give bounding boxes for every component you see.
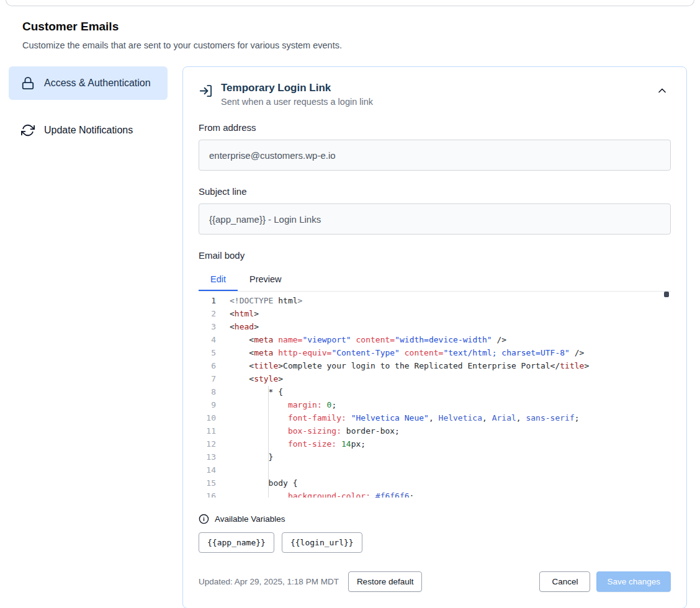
code-text: <html> [216,307,259,320]
editor-scrollbar-thumb[interactable] [664,292,669,297]
code-line: 5 <meta http-equiv="Content-Type" conten… [199,346,671,359]
line-number: 7 [199,372,216,385]
line-number: 13 [199,450,216,463]
tab-edit[interactable]: Edit [199,267,238,291]
email-settings-card: Temporary Login Link Sent when a user re… [182,66,687,608]
sidebar-item-update-notifications[interactable]: Update Notifications [9,114,168,147]
login-icon [199,84,213,98]
variable-chip-login-url[interactable]: {{login_url}} [282,532,362,553]
code-text [216,463,230,476]
variable-chip-app-name[interactable]: {{app_name}} [199,532,274,553]
page-subtitle: Customize the emails that are sent to yo… [22,40,700,50]
code-editor[interactable]: 1<!DOCTYPE html>2<html>3<head>4 <meta na… [199,292,671,498]
from-address-input[interactable] [199,140,671,171]
code-line: 11 box-sizing: border-box; [199,424,671,437]
sidebar-item-label: Access & Authentication [44,76,151,91]
code-text: font-family: "Helvetica Neue", Helvetica… [216,411,580,424]
line-number: 5 [199,346,216,359]
line-number: 8 [199,385,216,398]
card-title: Temporary Login Link [221,82,373,94]
line-number: 10 [199,411,216,424]
line-number: 16 [199,490,216,498]
line-number: 4 [199,333,216,346]
previous-card-bottom-edge [6,0,694,6]
line-number: 1 [199,294,216,307]
editor-tabs: Edit Preview [199,267,671,292]
line-number: 9 [199,398,216,411]
available-variables-row: Available Variables [199,514,671,524]
lock-icon [21,76,35,90]
line-number: 14 [199,463,216,476]
code-line: 3<head> [199,320,671,333]
line-number: 2 [199,307,216,320]
line-number: 6 [199,359,216,372]
line-number: 12 [199,437,216,450]
available-variables-label: Available Variables [215,514,285,524]
code-text: <meta name="viewport" content="width=dev… [216,333,506,346]
code-text: <!DOCTYPE html> [216,294,302,307]
code-line: 16 background-color: #f6f6f6; [199,490,671,498]
line-number: 11 [199,424,216,437]
card-subtitle: Sent when a user requests a login link [221,97,373,107]
code-line: 9 margin: 0; [199,398,671,411]
code-text: <meta http-equiv="Content-Type" content=… [216,346,584,359]
code-line: 8 * { [199,385,671,398]
collapse-section-button[interactable] [653,82,671,101]
save-changes-button[interactable]: Save changes [596,571,671,592]
cancel-button[interactable]: Cancel [539,571,590,592]
code-line: 15 body { [199,476,671,490]
refresh-icon [21,123,35,137]
tab-preview[interactable]: Preview [238,267,294,291]
subject-line-input[interactable] [199,203,671,235]
subject-line-label: Subject line [199,186,671,197]
code-line: 2<html> [199,307,671,320]
code-text: <style> [216,372,283,385]
code-text: } [216,450,273,463]
code-line: 1<!DOCTYPE html> [199,294,671,307]
line-number: 3 [199,320,216,333]
code-editor-lines: 1<!DOCTYPE html>2<html>3<head>4 <meta na… [199,294,671,498]
code-line: 12 font-size: 14px; [199,437,671,450]
restore-default-button[interactable]: Restore default [348,571,423,592]
code-text: box-sizing: border-box; [216,424,400,437]
info-icon [199,514,209,524]
chevron-up-icon [656,84,668,99]
from-address-label: From address [199,122,671,133]
code-line: 4 <meta name="viewport" content="width=d… [199,333,671,346]
code-text: body { [216,476,298,490]
code-text: <head> [216,320,259,333]
code-line: 13 } [199,450,671,463]
code-text: margin: 0; [216,398,336,411]
code-text: font-size: 14px; [216,437,366,450]
card-header: Temporary Login Link Sent when a user re… [199,82,671,107]
code-line: 14 [199,463,671,476]
line-number: 15 [199,476,216,490]
email-body-label: Email body [199,250,671,261]
card-header-text: Temporary Login Link Sent when a user re… [221,82,373,107]
sidebar-item-label: Update Notifications [44,123,133,138]
sidebar-item-access-authentication[interactable]: Access & Authentication [9,66,168,100]
content-layout: Access & Authentication Update Notificat… [0,66,700,608]
indent-guide [268,386,269,498]
code-text: background-color: #f6f6f6; [216,490,414,498]
page-title: Customer Emails [22,20,700,34]
updated-timestamp: Updated: Apr 29, 2025, 1:18 PM MDT [199,577,339,586]
sidebar: Access & Authentication Update Notificat… [9,66,168,147]
code-line: 6 <title>Complete your login to the Repl… [199,359,671,372]
code-line: 7 <style> [199,372,671,385]
code-text: <title>Complete your login to the Replic… [216,359,589,372]
variable-chips: {{app_name}} {{login_url}} [199,532,671,553]
card-footer: Updated: Apr 29, 2025, 1:18 PM MDT Resto… [199,571,671,592]
code-line: 10 font-family: "Helvetica Neue", Helvet… [199,411,671,424]
code-text: * { [216,385,283,398]
